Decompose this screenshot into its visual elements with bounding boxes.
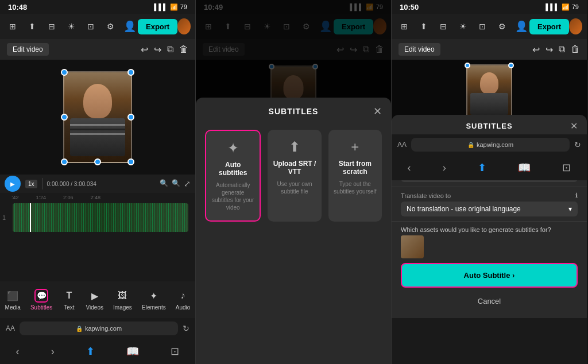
- zoom-out-icon[interactable]: 🔍: [160, 179, 168, 188]
- fit-icon[interactable]: ⤢: [184, 179, 191, 188]
- media-icon: ⬛: [6, 289, 20, 303]
- tool-elements[interactable]: ✦ Elements: [142, 289, 166, 311]
- auto-subtitle-button[interactable]: Auto Subtitle ›: [401, 263, 578, 288]
- undo-icon[interactable]: ↩: [141, 44, 148, 55]
- status-time-3: 10:50: [400, 3, 419, 11]
- info-icon-translate[interactable]: ℹ: [575, 192, 578, 199]
- layout-icon[interactable]: ⊟: [44, 18, 60, 34]
- refresh-icon-1[interactable]: ↻: [183, 324, 189, 333]
- elements-label: Elements: [142, 304, 166, 311]
- delete-icon[interactable]: 🗑: [179, 44, 188, 55]
- modal-header-2: SUBTITLES ✕: [196, 98, 391, 125]
- handle-bl[interactable]: [61, 158, 68, 165]
- auto-subtitles-option[interactable]: ✦ Auto subtitles Automatically generate …: [205, 130, 261, 222]
- scratch-icon: +: [351, 139, 359, 155]
- handle3-tl[interactable]: [465, 63, 470, 68]
- handle-tr[interactable]: [127, 69, 134, 76]
- nav-forward-1[interactable]: ›: [51, 346, 55, 358]
- upload-title: Upload SRT / VTT: [272, 160, 316, 176]
- bottom-nav-3: ‹ › ⬆ 📖 ⊡: [392, 155, 587, 180]
- export-button-1[interactable]: Export: [138, 19, 177, 34]
- caption-icon[interactable]: ⊡: [83, 18, 99, 34]
- nav-bookmarks-3[interactable]: 📖: [518, 161, 531, 174]
- nav-forward-3[interactable]: ›: [443, 162, 446, 174]
- wifi-icon-3: 📶: [562, 3, 570, 11]
- status-icons-1: ▌▌▌ 📶 79: [154, 3, 187, 11]
- share-icon-3[interactable]: ⬆: [416, 18, 432, 34]
- share-icon[interactable]: ⬆: [24, 18, 40, 34]
- copy-icon-3[interactable]: ⧉: [559, 44, 565, 55]
- settings-icon-3[interactable]: ⚙: [494, 18, 510, 34]
- signal-icon-3: ▌▌▌: [546, 3, 559, 10]
- speed-button-1[interactable]: 1x: [25, 180, 37, 188]
- nav-bookmarks-1[interactable]: 📖: [126, 345, 139, 358]
- modal-close-2[interactable]: ✕: [373, 105, 382, 118]
- edit-video-button-1[interactable]: Edit video: [7, 43, 49, 56]
- auto-subtitles-desc: Automatically generate subtitles for you…: [211, 181, 255, 211]
- cancel-button[interactable]: Cancel: [401, 292, 578, 310]
- videos-label: Videos: [86, 304, 103, 311]
- tool-subtitles[interactable]: 💬 Subtitles: [30, 289, 52, 311]
- handle3-tr[interactable]: [508, 63, 514, 68]
- video-preview-1: [0, 60, 195, 175]
- undo-icon-3[interactable]: ↩: [532, 44, 540, 55]
- redo-icon[interactable]: ↪: [154, 44, 161, 55]
- status-bar-3: 10:50 ▌▌▌ 📶 79: [392, 0, 587, 14]
- user-icon-3[interactable]: 👤: [513, 18, 529, 34]
- video-frame-3: [466, 64, 512, 119]
- nav-share-1[interactable]: ⬆: [86, 345, 95, 358]
- assets-label: Which assets would you like to generate …: [392, 222, 587, 235]
- nav-back-1[interactable]: ‹: [16, 346, 20, 358]
- tool-media[interactable]: ⬛ Media: [5, 289, 21, 311]
- play-button-1[interactable]: ▶: [5, 176, 21, 192]
- nav-tabs-1[interactable]: ⊡: [171, 345, 179, 358]
- zoom-in-icon[interactable]: 🔍: [172, 179, 180, 188]
- secondary-toolbar-3: Edit video ↩ ↪ ⧉ 🗑: [392, 39, 587, 60]
- panel3-title: SUBTITLES: [466, 122, 512, 130]
- user-icon[interactable]: 👤: [122, 18, 138, 34]
- redo-icon-3[interactable]: ↪: [546, 44, 553, 55]
- grid-icon-3[interactable]: ⊞: [396, 18, 412, 34]
- tool-audio[interactable]: ♪ Audio: [176, 289, 191, 311]
- tool-images[interactable]: 🖼 Images: [113, 289, 132, 311]
- modal-backdrop-2: [196, 0, 391, 98]
- nav-tabs-3[interactable]: ⊡: [562, 161, 571, 174]
- zoom-controls-1: 🔍 🔍 ⤢: [160, 179, 191, 188]
- brightness-icon[interactable]: ☀: [63, 18, 79, 34]
- translate-select[interactable]: No translation - use original language ▾: [401, 202, 578, 216]
- handle-br[interactable]: [127, 158, 134, 165]
- panel3-close[interactable]: ✕: [570, 121, 578, 131]
- nav-back-3[interactable]: ‹: [408, 162, 411, 174]
- translate-label: Translate video to ℹ: [401, 192, 578, 199]
- settings-icon[interactable]: ⚙: [102, 18, 118, 34]
- upload-srt-option[interactable]: ⬆ Upload SRT / VTT Use your own subtitle…: [268, 130, 321, 222]
- tool-text[interactable]: T Text: [62, 289, 76, 311]
- auto-subtitles-title: Auto subtitles: [211, 161, 255, 177]
- edit-video-button-3[interactable]: Edit video: [399, 43, 440, 56]
- delete-icon-3[interactable]: 🗑: [571, 44, 580, 55]
- handle-ml[interactable]: [61, 114, 68, 121]
- grid-icon[interactable]: ⊞: [5, 18, 21, 34]
- nav-share-3[interactable]: ⬆: [478, 161, 486, 174]
- handle-mr[interactable]: [127, 114, 134, 121]
- videos-icon: ▶: [88, 289, 102, 303]
- handle-tl[interactable]: [61, 69, 68, 76]
- scratch-option[interactable]: + Start from scratch Type out the subtit…: [328, 130, 382, 222]
- url-bar-1[interactable]: 🔒 kapwing.com: [20, 322, 178, 335]
- handle-bc[interactable]: [94, 158, 101, 165]
- copy-icon[interactable]: ⧉: [167, 44, 173, 55]
- export-button-3[interactable]: Export: [529, 19, 569, 34]
- caption-icon-3[interactable]: ⊡: [474, 18, 490, 34]
- timeline-track-1[interactable]: [13, 203, 188, 232]
- layout-icon-3[interactable]: ⊟: [435, 18, 451, 34]
- tool-videos[interactable]: ▶ Videos: [86, 289, 103, 311]
- top-toolbar-3: ⊞ ⬆ ⊟ ☀ ⊡ ⚙ 👤 Export: [392, 14, 587, 39]
- brightness-icon-3[interactable]: ☀: [455, 18, 471, 34]
- toolbar-actions-3: ↩ ↪ ⧉ 🗑: [532, 44, 580, 55]
- elements-icon: ✦: [147, 289, 161, 303]
- url-bar-3[interactable]: 🔒 kapwing.com: [411, 138, 570, 152]
- signal-icon: ▌▌▌: [154, 3, 167, 10]
- refresh-icon-3[interactable]: ↻: [574, 140, 581, 149]
- translate-row: Translate video to ℹ No translation - us…: [392, 187, 587, 222]
- subtitles-icon: 💬: [34, 289, 48, 303]
